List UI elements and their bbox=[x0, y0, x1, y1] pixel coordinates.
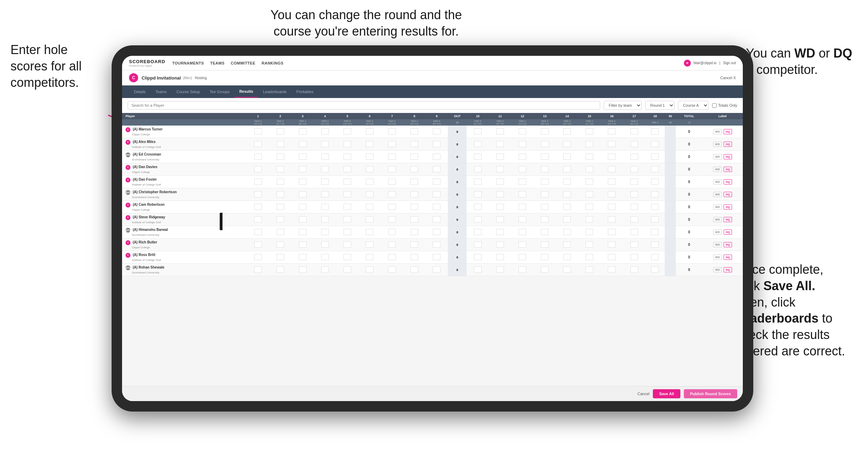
score-input-hole-8-player-6[interactable] bbox=[410, 204, 418, 210]
score-hole-18-player-3[interactable] bbox=[646, 163, 665, 176]
score-hole-2-player-10[interactable] bbox=[269, 251, 292, 264]
score-hole-15-player-11[interactable] bbox=[578, 264, 601, 276]
score-hole-10-player-3[interactable] bbox=[467, 163, 489, 176]
wd-button-player-0[interactable]: WD bbox=[713, 129, 722, 134]
score-input-hole-9-player-7[interactable] bbox=[433, 216, 440, 223]
score-hole-18-player-9[interactable] bbox=[646, 239, 665, 251]
score-input-hole-15-player-4[interactable] bbox=[586, 179, 593, 185]
score-input-hole-5-player-7[interactable] bbox=[344, 216, 351, 223]
tab-teams[interactable]: Teams bbox=[151, 86, 172, 97]
score-input-hole-3-player-3[interactable] bbox=[299, 166, 307, 172]
score-hole-12-player-4[interactable] bbox=[511, 176, 534, 188]
score-hole-1-player-2[interactable] bbox=[247, 151, 269, 163]
score-input-hole-17-player-1[interactable] bbox=[631, 141, 638, 147]
score-input-hole-1-player-7[interactable] bbox=[254, 216, 262, 223]
score-hole-3-player-9[interactable] bbox=[292, 239, 314, 251]
score-input-hole-12-player-0[interactable] bbox=[519, 128, 526, 135]
score-input-hole-12-player-10[interactable] bbox=[519, 254, 526, 260]
score-hole-5-player-10[interactable] bbox=[336, 251, 358, 264]
score-input-hole-4-player-1[interactable] bbox=[321, 141, 329, 147]
score-hole-17-player-1[interactable] bbox=[623, 138, 645, 151]
score-hole-5-player-6[interactable] bbox=[336, 201, 358, 213]
score-input-hole-6-player-4[interactable] bbox=[366, 179, 373, 185]
score-hole-4-player-1[interactable] bbox=[314, 138, 336, 151]
score-hole-10-player-5[interactable] bbox=[467, 188, 489, 201]
score-hole-6-player-5[interactable] bbox=[358, 188, 381, 201]
dq-button-player-1[interactable]: DQ bbox=[724, 142, 732, 147]
score-hole-12-player-11[interactable] bbox=[511, 264, 534, 276]
score-hole-7-player-11[interactable] bbox=[381, 264, 403, 276]
score-input-hole-1-player-1[interactable] bbox=[254, 141, 262, 147]
dq-button-player-2[interactable]: DQ bbox=[724, 154, 732, 159]
score-input-hole-16-player-11[interactable] bbox=[608, 266, 616, 273]
score-input-hole-2-player-5[interactable] bbox=[277, 191, 284, 197]
score-hole-15-player-1[interactable] bbox=[578, 138, 601, 151]
score-input-hole-7-player-2[interactable] bbox=[388, 153, 396, 160]
score-input-hole-8-player-5[interactable] bbox=[410, 191, 418, 197]
score-input-hole-14-player-6[interactable] bbox=[563, 204, 571, 210]
score-hole-6-player-3[interactable] bbox=[358, 163, 381, 176]
score-hole-11-player-5[interactable] bbox=[489, 188, 511, 201]
nav-link-rankings[interactable]: RANKINGS bbox=[262, 61, 284, 65]
score-hole-10-player-7[interactable] bbox=[467, 213, 489, 226]
score-hole-18-player-8[interactable] bbox=[646, 226, 665, 239]
score-input-hole-6-player-0[interactable] bbox=[366, 128, 373, 135]
score-hole-4-player-9[interactable] bbox=[314, 239, 336, 251]
score-hole-18-player-10[interactable] bbox=[646, 251, 665, 264]
score-input-hole-5-player-2[interactable] bbox=[344, 153, 351, 160]
score-hole-9-player-0[interactable] bbox=[425, 126, 448, 138]
score-input-hole-16-player-9[interactable] bbox=[608, 241, 616, 248]
score-input-hole-2-player-11[interactable] bbox=[277, 266, 284, 273]
score-hole-4-player-5[interactable] bbox=[314, 188, 336, 201]
score-hole-16-player-9[interactable] bbox=[601, 239, 623, 251]
score-input-hole-9-player-4[interactable] bbox=[433, 179, 440, 185]
score-input-hole-17-player-8[interactable] bbox=[631, 229, 638, 235]
dq-button-player-11[interactable]: DQ bbox=[724, 267, 732, 272]
score-input-hole-1-player-3[interactable] bbox=[254, 166, 262, 172]
score-input-hole-10-player-11[interactable] bbox=[474, 266, 482, 273]
score-hole-17-player-9[interactable] bbox=[623, 239, 645, 251]
score-input-hole-11-player-4[interactable] bbox=[496, 179, 504, 185]
score-input-hole-18-player-5[interactable] bbox=[651, 191, 659, 197]
score-input-hole-8-player-0[interactable] bbox=[410, 128, 418, 135]
score-hole-12-player-5[interactable] bbox=[511, 188, 534, 201]
score-input-hole-16-player-10[interactable] bbox=[608, 254, 616, 260]
score-hole-9-player-6[interactable] bbox=[425, 201, 448, 213]
score-input-hole-6-player-1[interactable] bbox=[366, 141, 373, 147]
score-hole-2-player-7[interactable] bbox=[269, 213, 292, 226]
score-input-hole-1-player-9[interactable] bbox=[254, 241, 262, 248]
score-hole-10-player-1[interactable] bbox=[467, 138, 489, 151]
score-input-hole-4-player-6[interactable] bbox=[321, 204, 329, 210]
score-input-hole-1-player-8[interactable] bbox=[254, 229, 262, 235]
score-input-hole-14-player-0[interactable] bbox=[563, 128, 571, 135]
score-hole-2-player-9[interactable] bbox=[269, 239, 292, 251]
score-input-hole-9-player-5[interactable] bbox=[433, 191, 440, 197]
score-hole-8-player-11[interactable] bbox=[403, 264, 425, 276]
score-input-hole-13-player-2[interactable] bbox=[541, 153, 549, 160]
score-input-hole-8-player-2[interactable] bbox=[410, 153, 418, 160]
score-hole-11-player-0[interactable] bbox=[489, 126, 511, 138]
score-hole-15-player-8[interactable] bbox=[578, 226, 601, 239]
tab-details[interactable]: Details bbox=[129, 86, 151, 97]
tab-course-setup[interactable]: Course Setup bbox=[172, 86, 205, 97]
score-input-hole-12-player-8[interactable] bbox=[519, 229, 526, 235]
score-hole-15-player-2[interactable] bbox=[578, 151, 601, 163]
score-input-hole-13-player-0[interactable] bbox=[541, 128, 549, 135]
score-input-hole-6-player-5[interactable] bbox=[366, 191, 373, 197]
score-hole-7-player-0[interactable] bbox=[381, 126, 403, 138]
score-input-hole-10-player-4[interactable] bbox=[474, 179, 482, 185]
action-cancel[interactable]: Cancel bbox=[637, 392, 649, 396]
score-hole-15-player-6[interactable] bbox=[578, 201, 601, 213]
score-hole-13-player-7[interactable] bbox=[534, 213, 556, 226]
score-input-hole-1-player-6[interactable] bbox=[254, 204, 262, 210]
score-hole-6-player-9[interactable] bbox=[358, 239, 381, 251]
wd-button-player-5[interactable]: WD bbox=[713, 192, 722, 197]
score-input-hole-17-player-10[interactable] bbox=[631, 254, 638, 260]
score-hole-16-player-5[interactable] bbox=[601, 188, 623, 201]
score-input-hole-14-player-11[interactable] bbox=[563, 266, 571, 273]
score-hole-3-player-1[interactable] bbox=[292, 138, 314, 151]
score-input-hole-1-player-4[interactable] bbox=[254, 179, 262, 185]
score-hole-7-player-9[interactable] bbox=[381, 239, 403, 251]
score-input-hole-15-player-2[interactable] bbox=[586, 153, 593, 160]
score-hole-6-player-8[interactable] bbox=[358, 226, 381, 239]
